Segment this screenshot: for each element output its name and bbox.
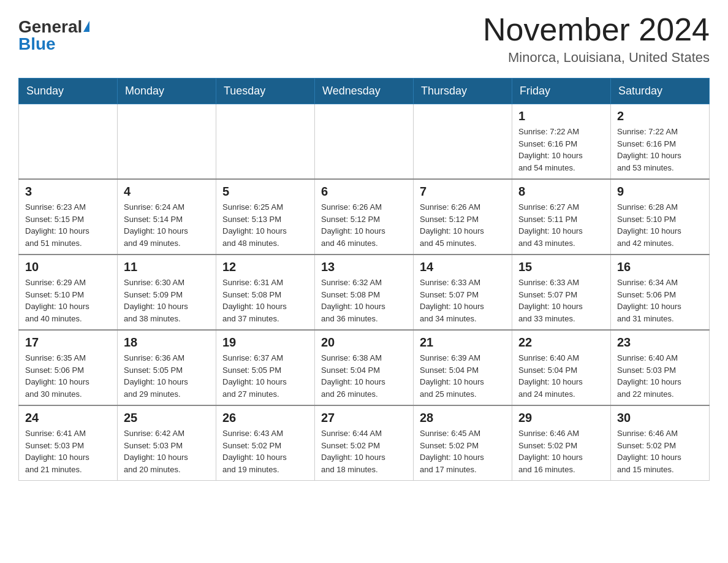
- day-number: 27: [321, 411, 407, 425]
- day-number: 10: [25, 260, 111, 274]
- table-row: 10Sunrise: 6:29 AMSunset: 5:10 PMDayligh…: [19, 255, 118, 330]
- day-number: 30: [617, 411, 703, 425]
- day-info: Sunrise: 6:34 AMSunset: 5:06 PMDaylight:…: [617, 277, 703, 324]
- day-info: Sunrise: 6:29 AMSunset: 5:10 PMDaylight:…: [25, 277, 111, 324]
- col-tuesday: Tuesday: [216, 79, 315, 104]
- day-info: Sunrise: 6:45 AMSunset: 5:02 PMDaylight:…: [420, 427, 506, 475]
- table-row: [414, 104, 512, 180]
- calendar-week-row: 24Sunrise: 6:41 AMSunset: 5:03 PMDayligh…: [19, 405, 710, 481]
- table-row: 18Sunrise: 6:36 AMSunset: 5:05 PMDayligh…: [118, 330, 216, 405]
- day-number: 9: [617, 185, 703, 199]
- day-number: 22: [518, 335, 604, 350]
- table-row: 2Sunrise: 7:22 AMSunset: 6:16 PMDaylight…: [611, 104, 710, 180]
- logo-blue-text: Blue: [18, 36, 56, 53]
- day-number: 25: [124, 411, 210, 425]
- table-row: 14Sunrise: 6:33 AMSunset: 5:07 PMDayligh…: [414, 255, 512, 330]
- day-number: 19: [222, 335, 308, 350]
- page-header: General Blue November 2024 Minorca, Loui…: [18, 12, 710, 66]
- table-row: 24Sunrise: 6:41 AMSunset: 5:03 PMDayligh…: [19, 405, 118, 481]
- day-info: Sunrise: 6:41 AMSunset: 5:03 PMDaylight:…: [25, 427, 111, 475]
- day-info: Sunrise: 6:25 AMSunset: 5:13 PMDaylight:…: [222, 201, 308, 249]
- day-info: Sunrise: 6:39 AMSunset: 5:04 PMDaylight:…: [420, 352, 506, 400]
- day-info: Sunrise: 6:28 AMSunset: 5:10 PMDaylight:…: [617, 201, 703, 249]
- table-row: 11Sunrise: 6:30 AMSunset: 5:09 PMDayligh…: [118, 255, 216, 330]
- calendar-week-row: 1Sunrise: 7:22 AMSunset: 6:16 PMDaylight…: [19, 104, 710, 180]
- table-row: 28Sunrise: 6:45 AMSunset: 5:02 PMDayligh…: [414, 405, 512, 481]
- day-info: Sunrise: 6:44 AMSunset: 5:02 PMDaylight:…: [321, 427, 407, 475]
- calendar-table: Sunday Monday Tuesday Wednesday Thursday…: [18, 78, 710, 481]
- table-row: 19Sunrise: 6:37 AMSunset: 5:05 PMDayligh…: [216, 330, 315, 405]
- day-number: 5: [222, 185, 308, 199]
- calendar-week-row: 3Sunrise: 6:23 AMSunset: 5:15 PMDaylight…: [19, 179, 710, 255]
- logo-triangle-icon: [83, 21, 89, 32]
- col-wednesday: Wednesday: [315, 79, 414, 104]
- day-info: Sunrise: 6:40 AMSunset: 5:04 PMDaylight:…: [518, 352, 604, 400]
- day-info: Sunrise: 6:31 AMSunset: 5:08 PMDaylight:…: [222, 277, 308, 324]
- table-row: 17Sunrise: 6:35 AMSunset: 5:06 PMDayligh…: [19, 330, 118, 405]
- table-row: 7Sunrise: 6:26 AMSunset: 5:12 PMDaylight…: [414, 179, 512, 255]
- day-number: 2: [617, 109, 703, 123]
- table-row: 30Sunrise: 6:46 AMSunset: 5:02 PMDayligh…: [611, 405, 710, 481]
- table-row: 8Sunrise: 6:27 AMSunset: 5:11 PMDaylight…: [512, 179, 611, 255]
- day-number: 20: [321, 335, 407, 350]
- day-info: Sunrise: 7:22 AMSunset: 6:16 PMDaylight:…: [617, 126, 703, 174]
- calendar-week-row: 10Sunrise: 6:29 AMSunset: 5:10 PMDayligh…: [19, 255, 710, 330]
- day-number: 7: [420, 185, 506, 199]
- day-info: Sunrise: 6:23 AMSunset: 5:15 PMDaylight:…: [25, 201, 111, 249]
- table-row: 6Sunrise: 6:26 AMSunset: 5:12 PMDaylight…: [315, 179, 414, 255]
- table-row: 16Sunrise: 6:34 AMSunset: 5:06 PMDayligh…: [611, 255, 710, 330]
- day-info: Sunrise: 6:46 AMSunset: 5:02 PMDaylight:…: [518, 427, 604, 475]
- col-monday: Monday: [118, 79, 216, 104]
- day-info: Sunrise: 6:33 AMSunset: 5:07 PMDaylight:…: [420, 277, 506, 324]
- day-info: Sunrise: 6:35 AMSunset: 5:06 PMDaylight:…: [25, 352, 111, 400]
- table-row: 12Sunrise: 6:31 AMSunset: 5:08 PMDayligh…: [216, 255, 315, 330]
- day-number: 15: [518, 260, 604, 274]
- calendar-week-row: 17Sunrise: 6:35 AMSunset: 5:06 PMDayligh…: [19, 330, 710, 405]
- day-number: 24: [25, 411, 111, 425]
- day-number: 1: [518, 109, 604, 123]
- day-info: Sunrise: 6:24 AMSunset: 5:14 PMDaylight:…: [124, 201, 210, 249]
- table-row: 20Sunrise: 6:38 AMSunset: 5:04 PMDayligh…: [315, 330, 414, 405]
- table-row: 22Sunrise: 6:40 AMSunset: 5:04 PMDayligh…: [512, 330, 611, 405]
- day-info: Sunrise: 6:40 AMSunset: 5:03 PMDaylight:…: [617, 352, 703, 400]
- day-number: 23: [617, 335, 703, 350]
- col-saturday: Saturday: [611, 79, 710, 104]
- table-row: 27Sunrise: 6:44 AMSunset: 5:02 PMDayligh…: [315, 405, 414, 481]
- day-info: Sunrise: 6:36 AMSunset: 5:05 PMDaylight:…: [124, 352, 210, 400]
- day-number: 13: [321, 260, 407, 274]
- day-info: Sunrise: 6:33 AMSunset: 5:07 PMDaylight:…: [518, 277, 604, 324]
- col-friday: Friday: [512, 79, 611, 104]
- day-number: 26: [222, 411, 308, 425]
- table-row: 15Sunrise: 6:33 AMSunset: 5:07 PMDayligh…: [512, 255, 611, 330]
- day-number: 29: [518, 411, 604, 425]
- table-row: 9Sunrise: 6:28 AMSunset: 5:10 PMDaylight…: [611, 179, 710, 255]
- table-row: 25Sunrise: 6:42 AMSunset: 5:03 PMDayligh…: [118, 405, 216, 481]
- day-info: Sunrise: 7:22 AMSunset: 6:16 PMDaylight:…: [518, 126, 604, 174]
- calendar-subtitle: Minorca, Louisiana, United States: [483, 50, 710, 66]
- day-info: Sunrise: 6:42 AMSunset: 5:03 PMDaylight:…: [124, 427, 210, 475]
- table-row: 29Sunrise: 6:46 AMSunset: 5:02 PMDayligh…: [512, 405, 611, 481]
- title-block: November 2024 Minorca, Louisiana, United…: [483, 12, 710, 66]
- day-number: 16: [617, 260, 703, 274]
- day-info: Sunrise: 6:37 AMSunset: 5:05 PMDaylight:…: [222, 352, 308, 400]
- day-info: Sunrise: 6:43 AMSunset: 5:02 PMDaylight:…: [222, 427, 308, 475]
- table-row: 5Sunrise: 6:25 AMSunset: 5:13 PMDaylight…: [216, 179, 315, 255]
- calendar-title: November 2024: [483, 12, 710, 47]
- day-number: 17: [25, 335, 111, 350]
- table-row: 4Sunrise: 6:24 AMSunset: 5:14 PMDaylight…: [118, 179, 216, 255]
- day-number: 18: [124, 335, 210, 350]
- table-row: 21Sunrise: 6:39 AMSunset: 5:04 PMDayligh…: [414, 330, 512, 405]
- table-row: [216, 104, 315, 180]
- day-number: 4: [124, 185, 210, 199]
- table-row: [118, 104, 216, 180]
- day-number: 14: [420, 260, 506, 274]
- day-info: Sunrise: 6:30 AMSunset: 5:09 PMDaylight:…: [124, 277, 210, 324]
- logo: General Blue: [18, 18, 89, 53]
- day-info: Sunrise: 6:46 AMSunset: 5:02 PMDaylight:…: [617, 427, 703, 475]
- day-number: 11: [124, 260, 210, 274]
- logo-general-text: General: [18, 18, 82, 36]
- day-number: 21: [420, 335, 506, 350]
- day-number: 3: [25, 185, 111, 199]
- col-thursday: Thursday: [414, 79, 512, 104]
- day-number: 6: [321, 185, 407, 199]
